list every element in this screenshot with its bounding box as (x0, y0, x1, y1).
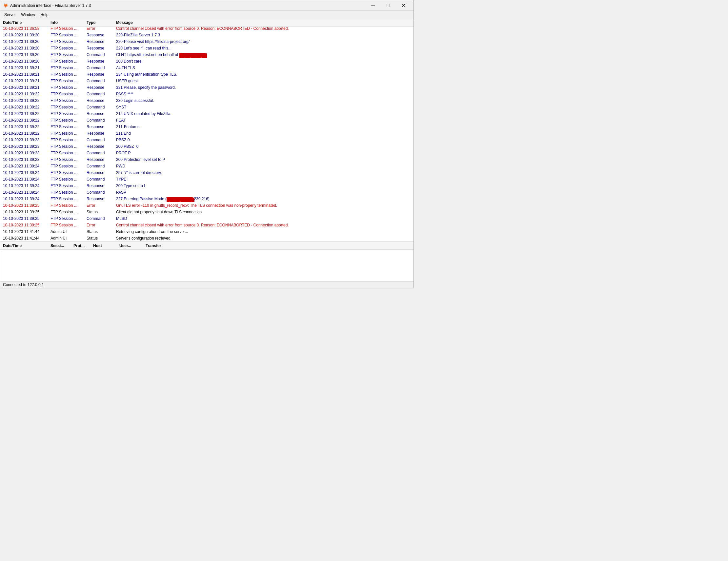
log-cell-message: TYPE I (115, 176, 412, 182)
menu-server[interactable]: Server (2, 11, 18, 18)
log-cell-info: FTP Session ... (49, 78, 85, 84)
col-header-info: Info (49, 20, 85, 26)
sessions-body[interactable] (0, 250, 414, 281)
log-cell-datetime: 10-10-2023 11:39:25 (2, 203, 49, 209)
log-row: 10-10-2023 11:39:21FTP Session ...Comman… (0, 65, 414, 71)
log-row: 10-10-2023 11:39:24FTP Session ...Comman… (0, 163, 414, 170)
col-header-datetime: Date/Time (2, 20, 49, 26)
log-cell-message: 200 Protection level set to P (115, 157, 412, 163)
log-cell-message: Client did not properly shut down TLS co… (115, 209, 412, 215)
log-cell-message: 200 Type set to I (115, 183, 412, 189)
log-cell-info: FTP Session ... (49, 144, 85, 150)
log-cell-type: Status (85, 209, 115, 215)
log-cell-info: FTP Session ... (49, 183, 85, 189)
sess-col-session: Sessi... (49, 243, 72, 249)
log-cell-type: Command (85, 104, 115, 110)
log-row: 10-10-2023 11:36:58FTP Session ...ErrorC… (0, 27, 414, 32)
log-cell-message: Server's configuration retrieved. (115, 235, 412, 241)
log-row: 10-10-2023 11:39:23FTP Session ...Comman… (0, 137, 414, 143)
log-row: 10-10-2023 11:41:44Admin UIStatusRetriev… (0, 229, 414, 235)
log-cell-message: SYST (115, 104, 412, 110)
log-row: 10-10-2023 11:39:24FTP Session ...Comman… (0, 189, 414, 196)
log-cell-info: FTP Session ... (49, 111, 85, 117)
log-cell-info: FTP Session ... (49, 203, 85, 209)
log-cell-message: PBSZ 0 (115, 137, 412, 143)
log-cell-info: FTP Session ... (49, 45, 85, 51)
minimize-button[interactable]: ─ (366, 0, 381, 11)
log-cell-datetime: 10-10-2023 11:39:21 (2, 71, 49, 77)
sess-col-prot: Prot... (72, 243, 92, 249)
app-icon: 🦊 (3, 3, 8, 8)
log-cell-message: Control channel closed with error from s… (115, 222, 412, 228)
sess-col-user: User... (118, 243, 144, 249)
log-row: 10-10-2023 11:39:23FTP Session ...Respon… (0, 143, 414, 150)
title-bar: 🦊 Administration interface - FileZilla S… (0, 0, 414, 11)
log-row: 10-10-2023 11:39:22FTP Session ...Respon… (0, 124, 414, 130)
status-bar: Connected to 127.0.0.1 (0, 281, 414, 288)
log-cell-type: Status (85, 235, 115, 241)
log-cell-datetime: 10-10-2023 11:39:23 (2, 144, 49, 150)
log-cell-type: Response (85, 39, 115, 45)
log-cell-info: FTP Session ... (49, 216, 85, 222)
log-row: 10-10-2023 11:39:22FTP Session ...Comman… (0, 104, 414, 110)
log-cell-datetime: 10-10-2023 11:41:44 (2, 235, 49, 241)
log-cell-type: Command (85, 216, 115, 222)
log-row: 10-10-2023 11:39:22FTP Session ...Respon… (0, 110, 414, 117)
log-cell-type: Response (85, 196, 115, 202)
log-cell-datetime: 10-10-2023 11:39:24 (2, 196, 49, 202)
log-cell-type: Command (85, 65, 115, 71)
log-cell-info: FTP Session ... (49, 222, 85, 228)
log-cell-message: 215 UNIX emulated by FileZilla. (115, 111, 412, 117)
log-cell-message: CLNT https://ftptest.net on behalf of ██… (115, 52, 412, 58)
close-button[interactable]: ✕ (396, 0, 411, 11)
log-cell-info: FTP Session ... (49, 117, 85, 123)
log-row: 10-10-2023 11:41:44Admin UIStatusServer'… (0, 235, 414, 242)
log-cell-message: PWD (115, 163, 412, 169)
log-cell-datetime: 10-10-2023 11:39:24 (2, 163, 49, 169)
log-cell-info: FTP Session ... (49, 176, 85, 182)
log-cell-type: Command (85, 117, 115, 123)
log-cell-type: Response (85, 45, 115, 51)
log-body[interactable]: 10-10-2023 11:36:58FTP Session ...Comman… (0, 27, 414, 242)
log-cell-message: 227 Entering Passive Mode (██████████,23… (115, 196, 412, 202)
log-row: 10-10-2023 11:39:25FTP Session ...ErrorC… (0, 222, 414, 229)
title-bar-buttons: ─ □ ✕ (366, 0, 411, 11)
sessions-header: Date/Time Sessi... Prot... Host User... … (0, 242, 414, 250)
log-cell-info: FTP Session ... (49, 52, 85, 58)
log-cell-datetime: 10-10-2023 11:39:24 (2, 190, 49, 195)
maximize-button[interactable]: □ (381, 0, 396, 11)
log-cell-type: Command (85, 137, 115, 143)
log-cell-type: Error (85, 203, 115, 209)
log-row: 10-10-2023 11:39:24FTP Session ...Comman… (0, 176, 414, 183)
title-bar-text: Administration interface - FileZilla Ser… (10, 3, 366, 8)
log-cell-info: FTP Session ... (49, 137, 85, 143)
main-window: 🦊 Administration interface - FileZilla S… (0, 0, 414, 288)
log-cell-type: Command (85, 190, 115, 195)
log-cell-datetime: 10-10-2023 11:39:20 (2, 52, 49, 58)
log-row: 10-10-2023 11:39:22FTP Session ...Comman… (0, 91, 414, 97)
log-cell-type: Response (85, 85, 115, 90)
log-cell-message: 211-Features: (115, 124, 412, 130)
log-cell-info: FTP Session ... (49, 71, 85, 77)
log-cell-message: FEAT (115, 117, 412, 123)
log-cell-type: Command (85, 52, 115, 58)
log-cell-info: FTP Session ... (49, 157, 85, 163)
log-cell-info: Admin UI (49, 229, 85, 235)
main-content: Date/Time Info Type Message 10-10-2023 1… (0, 19, 414, 281)
log-cell-datetime: 10-10-2023 11:39:22 (2, 111, 49, 117)
log-cell-datetime: 10-10-2023 11:39:21 (2, 65, 49, 71)
log-cell-datetime: 10-10-2023 11:39:20 (2, 39, 49, 45)
log-cell-message: PASV (115, 190, 412, 195)
log-cell-info: FTP Session ... (49, 150, 85, 156)
log-cell-datetime: 10-10-2023 11:39:22 (2, 104, 49, 110)
menu-window[interactable]: Window (18, 11, 38, 18)
log-cell-info: FTP Session ... (49, 196, 85, 202)
menu-help[interactable]: Help (38, 11, 51, 18)
log-cell-message: 220-FileZilla Server 1.7.3 (115, 32, 412, 38)
log-row: 10-10-2023 11:39:24FTP Session ...Respon… (0, 170, 414, 176)
log-cell-datetime: 10-10-2023 11:39:23 (2, 137, 49, 143)
log-cell-info: FTP Session ... (49, 190, 85, 195)
log-cell-message: 331 Please, specify the password. (115, 85, 412, 90)
log-cell-datetime: 10-10-2023 11:39:23 (2, 150, 49, 156)
log-cell-type: Command (85, 78, 115, 84)
